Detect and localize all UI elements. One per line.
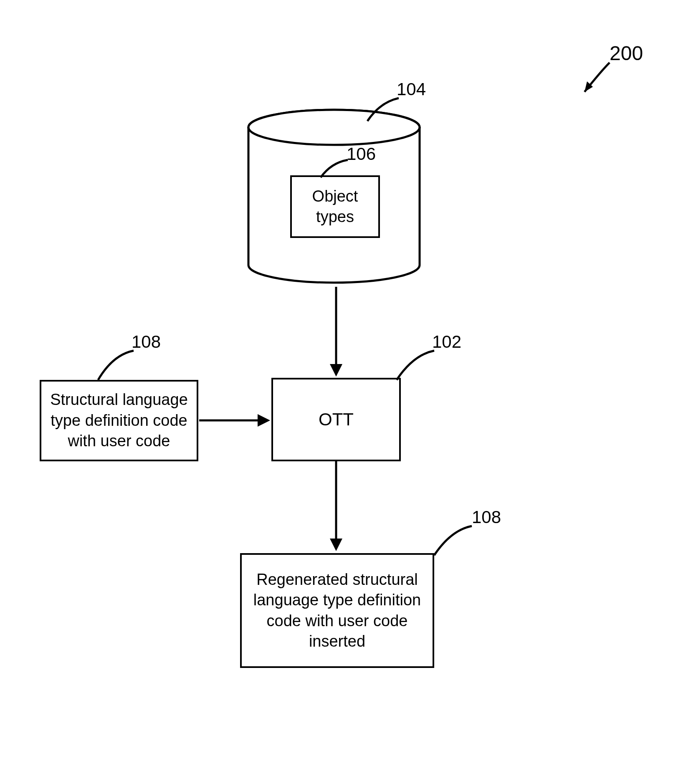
svg-marker-4 <box>330 364 342 377</box>
svg-marker-6 <box>258 414 270 427</box>
structural-input-box: Structural language type definition code… <box>40 380 198 461</box>
arrow-input-to-ott-icon <box>199 414 272 431</box>
output-box: Regenerated structural language type def… <box>240 553 434 668</box>
figure-arrow-icon <box>572 58 622 109</box>
arrow-db-to-ott-icon <box>330 287 347 379</box>
leader-line-102-icon <box>392 346 447 384</box>
leader-line-106-icon <box>316 157 358 182</box>
object-types-box: Object types <box>290 175 380 238</box>
arrow-ott-to-output-icon <box>330 461 347 553</box>
leader-line-108-input-icon <box>94 346 144 384</box>
leader-line-104-icon <box>363 94 413 127</box>
ott-box: OTT <box>271 378 401 461</box>
leader-line-108-output-icon <box>430 522 484 559</box>
svg-marker-8 <box>330 539 342 551</box>
